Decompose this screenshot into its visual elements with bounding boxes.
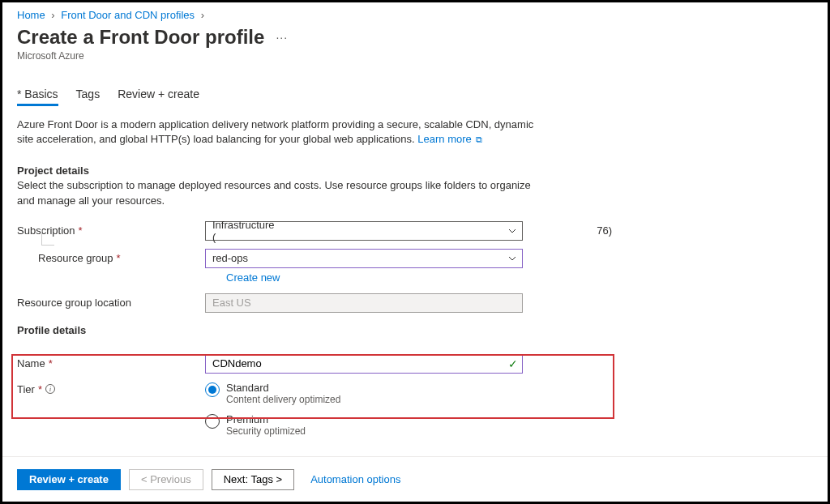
checkmark-icon: ✓ xyxy=(508,357,518,370)
chevron-down-icon xyxy=(507,254,517,263)
create-new-rg-link[interactable]: Create new xyxy=(226,271,813,284)
resource-group-dropdown[interactable]: red-ops xyxy=(205,249,523,268)
learn-more-link[interactable]: Learn more ⧉ xyxy=(417,133,482,145)
page-subtitle: Microsoft Azure xyxy=(17,50,813,62)
breadcrumb-profiles[interactable]: Front Door and CDN profiles xyxy=(61,9,195,21)
subscription-dropdown[interactable]: Infrastructure (aaaaaaaaaaaaaaaaaaaaaaaa… xyxy=(205,221,523,241)
tier-premium-radio[interactable] xyxy=(205,414,220,429)
tab-tags[interactable]: Tags xyxy=(76,84,101,106)
info-icon[interactable]: i xyxy=(45,384,55,394)
tab-review[interactable]: Review + create xyxy=(118,84,199,106)
review-create-button[interactable]: Review + create xyxy=(17,469,121,490)
tier-standard-radio[interactable] xyxy=(205,382,220,397)
name-input[interactable] xyxy=(205,354,523,374)
tier-standard-text: Standard Content delivery optimized xyxy=(226,382,340,405)
name-label: Name * xyxy=(17,357,205,369)
intro-text: Azure Front Door is a modern application… xyxy=(17,117,536,147)
chevron-right-icon: › xyxy=(51,9,54,21)
project-details-sub: Select the subscription to manage deploy… xyxy=(17,178,536,207)
resource-group-label: Resource group * xyxy=(38,252,205,264)
chevron-down-icon xyxy=(507,226,517,236)
location-field: East US xyxy=(205,293,523,313)
tabs: Basics Tags Review + create xyxy=(17,84,813,106)
tab-basics[interactable]: Basics xyxy=(17,84,58,106)
tier-premium-text: Premium Security optimized xyxy=(226,413,306,437)
external-link-icon: ⧉ xyxy=(476,134,482,146)
footer-bar: Review + create < Previous Next: Tags > … xyxy=(2,456,828,502)
automation-options-link[interactable]: Automation options xyxy=(310,473,400,485)
page-content: Home › Front Door and CDN profiles › Cre… xyxy=(2,2,828,455)
breadcrumb-home[interactable]: Home xyxy=(17,9,45,21)
more-actions-icon[interactable]: ··· xyxy=(276,31,288,44)
previous-button: < Previous xyxy=(129,469,203,490)
profile-details-heading: Profile details xyxy=(17,324,813,336)
project-details-heading: Project details xyxy=(17,164,813,177)
next-button[interactable]: Next: Tags > xyxy=(212,469,294,490)
chevron-right-icon: › xyxy=(201,9,204,21)
tier-label: Tier * i xyxy=(17,382,205,395)
page-title: Create a Front Door profile xyxy=(17,26,264,49)
breadcrumb: Home › Front Door and CDN profiles › xyxy=(17,9,813,21)
location-label: Resource group location xyxy=(17,297,205,309)
